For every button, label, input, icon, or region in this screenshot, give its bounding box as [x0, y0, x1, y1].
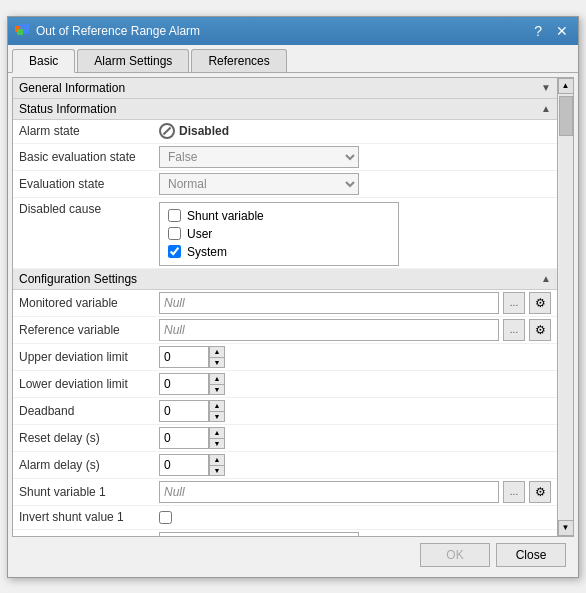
disabled-cause-row: Disabled cause Shunt variable User: [13, 198, 557, 269]
reference-var-ellipsis-button[interactable]: ...: [503, 319, 525, 341]
scrollbar-track[interactable]: [559, 94, 573, 520]
upper-dev-input[interactable]: [159, 346, 209, 368]
alarm-delay-up-button[interactable]: ▲: [209, 454, 225, 465]
alarm-delay-value: ▲ ▼: [159, 454, 551, 476]
scroll-container: General Information ▼ Status Information…: [12, 77, 574, 537]
monitored-var-gear-button[interactable]: ⚙: [529, 292, 551, 314]
shunt-operator-row: Shunt operator AND ▼: [13, 530, 557, 536]
disabled-cause-label: Disabled cause: [19, 202, 159, 216]
user-checkbox[interactable]: [168, 227, 181, 240]
system-checkbox-label: System: [187, 245, 227, 259]
deadband-spinner: ▲ ▼: [159, 400, 225, 422]
content-area: General Information ▼ Status Information…: [8, 73, 578, 577]
monitored-var-input[interactable]: [159, 292, 499, 314]
help-button[interactable]: ?: [530, 24, 546, 38]
deadband-input[interactable]: [159, 400, 209, 422]
status-info-collapse-icon: ▲: [541, 103, 551, 114]
shunt-var1-label: Shunt variable 1: [19, 485, 159, 499]
deadband-up-button[interactable]: ▲: [209, 400, 225, 411]
config-settings-header[interactable]: Configuration Settings ▲: [13, 269, 557, 290]
upper-dev-spinner-buttons: ▲ ▼: [209, 346, 225, 368]
upper-dev-up-button[interactable]: ▲: [209, 346, 225, 357]
bottom-bar: OK Close: [12, 537, 574, 573]
basic-eval-row: Basic evaluation state False: [13, 144, 557, 171]
config-settings-label: Configuration Settings: [19, 272, 137, 286]
reference-var-label: Reference variable: [19, 323, 159, 337]
close-button[interactable]: Close: [496, 543, 566, 567]
shunt-operator-dropdown[interactable]: AND ▼: [159, 532, 359, 536]
scrollbar-thumb[interactable]: [559, 96, 573, 136]
alarm-delay-label: Alarm delay (s): [19, 458, 159, 472]
alarm-state-text: Disabled: [179, 124, 229, 138]
shunt-var1-value: ... ⚙: [159, 481, 551, 503]
lower-dev-down-button[interactable]: ▼: [209, 384, 225, 395]
scrollbar-up-button[interactable]: ▲: [558, 78, 574, 94]
deadband-row: Deadband ▲ ▼: [13, 398, 557, 425]
disabled-cause-value: Shunt variable User System: [159, 202, 551, 266]
alarm-delay-spinner: ▲ ▼: [159, 454, 225, 476]
status-info-header[interactable]: Status Information ▲: [13, 99, 557, 120]
general-info-label: General Information: [19, 81, 125, 95]
monitored-var-row: Monitored variable ... ⚙: [13, 290, 557, 317]
alarm-delay-spinner-buttons: ▲ ▼: [209, 454, 225, 476]
lower-dev-input[interactable]: [159, 373, 209, 395]
deadband-label: Deadband: [19, 404, 159, 418]
ok-button[interactable]: OK: [420, 543, 490, 567]
shunt-var1-ellipsis-button[interactable]: ...: [503, 481, 525, 503]
svg-rect-2: [17, 29, 23, 35]
deadband-spinner-buttons: ▲ ▼: [209, 400, 225, 422]
invert-shunt-checkbox[interactable]: [159, 511, 172, 524]
general-info-header[interactable]: General Information ▼: [13, 78, 557, 99]
basic-eval-select[interactable]: False: [159, 146, 359, 168]
system-checkbox[interactable]: [168, 245, 181, 258]
system-checkbox-row: System: [168, 243, 390, 261]
monitored-var-ellipsis-button[interactable]: ...: [503, 292, 525, 314]
scrollbar-down-button[interactable]: ▼: [558, 520, 574, 536]
reset-delay-up-button[interactable]: ▲: [209, 427, 225, 438]
title-bar: Out of Reference Range Alarm ? ✕: [8, 17, 578, 45]
shunt-var-checkbox-row: Shunt variable: [168, 207, 390, 225]
reset-delay-value: ▲ ▼: [159, 427, 551, 449]
shunt-var-checkbox[interactable]: [168, 209, 181, 222]
alarm-state-value: Disabled: [159, 123, 551, 139]
shunt-var-checkbox-label: Shunt variable: [187, 209, 264, 223]
user-checkbox-row: User: [168, 225, 390, 243]
shunt-var1-row: Shunt variable 1 ... ⚙: [13, 479, 557, 506]
reference-var-value: ... ⚙: [159, 319, 551, 341]
reset-delay-input[interactable]: [159, 427, 209, 449]
reset-delay-down-button[interactable]: ▼: [209, 438, 225, 449]
lower-dev-up-button[interactable]: ▲: [209, 373, 225, 384]
disabled-cause-checkboxes: Shunt variable User System: [159, 202, 399, 266]
reset-delay-spinner: ▲ ▼: [159, 427, 225, 449]
deadband-down-button[interactable]: ▼: [209, 411, 225, 422]
tab-basic[interactable]: Basic: [12, 49, 75, 73]
alarm-delay-down-button[interactable]: ▼: [209, 465, 225, 476]
general-info-collapse-icon: ▼: [541, 82, 551, 93]
eval-state-select[interactable]: Normal: [159, 173, 359, 195]
alarm-delay-row: Alarm delay (s) ▲ ▼: [13, 452, 557, 479]
window-close-button[interactable]: ✕: [552, 24, 572, 38]
lower-dev-label: Lower deviation limit: [19, 377, 159, 391]
monitored-var-value: ... ⚙: [159, 292, 551, 314]
basic-eval-value: False: [159, 146, 551, 168]
alarm-delay-input[interactable]: [159, 454, 209, 476]
lower-dev-row: Lower deviation limit ▲ ▼: [13, 371, 557, 398]
reference-var-gear-button[interactable]: ⚙: [529, 319, 551, 341]
tab-bar: Basic Alarm Settings References: [8, 45, 578, 73]
alarm-state-display: Disabled: [159, 123, 229, 139]
alarm-state-row: Alarm state Disabled: [13, 120, 557, 144]
reference-var-input[interactable]: [159, 319, 499, 341]
tab-alarm-settings[interactable]: Alarm Settings: [77, 49, 189, 72]
tab-references[interactable]: References: [191, 49, 286, 72]
alarm-state-label: Alarm state: [19, 124, 159, 138]
upper-dev-down-button[interactable]: ▼: [209, 357, 225, 368]
shunt-var1-gear-button[interactable]: ⚙: [529, 481, 551, 503]
upper-dev-value: ▲ ▼: [159, 346, 551, 368]
shunt-var1-input[interactable]: [159, 481, 499, 503]
reset-delay-spinner-buttons: ▲ ▼: [209, 427, 225, 449]
config-settings-collapse-icon: ▲: [541, 273, 551, 284]
upper-dev-label: Upper deviation limit: [19, 350, 159, 364]
upper-dev-row: Upper deviation limit ▲ ▼: [13, 344, 557, 371]
eval-state-value: Normal: [159, 173, 551, 195]
reference-var-row: Reference variable ... ⚙: [13, 317, 557, 344]
